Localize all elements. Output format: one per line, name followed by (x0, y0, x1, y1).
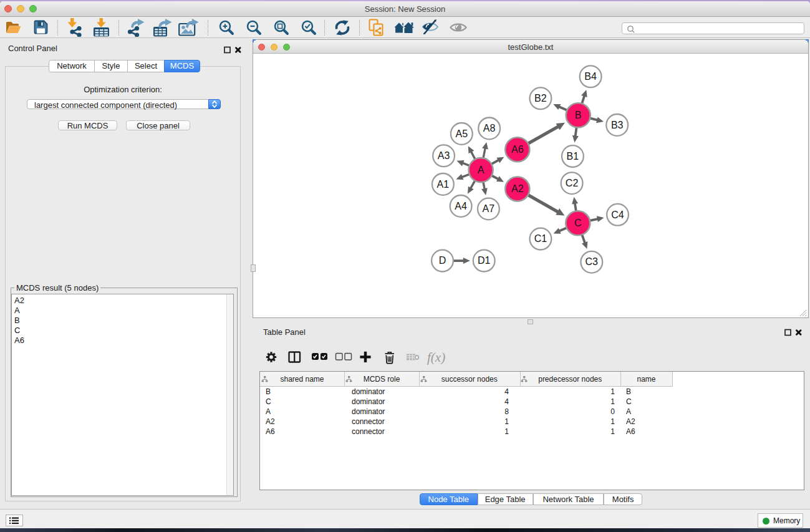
svg-text:B: B (575, 110, 582, 120)
svg-text:C: C (574, 218, 582, 228)
svg-text:A8: A8 (483, 123, 496, 133)
svg-text:A7: A7 (483, 203, 495, 214)
svg-text:f(x): f(x) (427, 350, 445, 365)
svg-text:D: D (439, 255, 446, 266)
svg-text:C1: C1 (534, 233, 547, 244)
svg-text:A4: A4 (455, 201, 467, 211)
svg-text:C4: C4 (611, 210, 624, 220)
svg-text:B1: B1 (567, 151, 579, 162)
svg-text:A5: A5 (456, 128, 468, 139)
svg-text:B4: B4 (584, 71, 597, 82)
svg-text:A: A (478, 165, 485, 175)
svg-text:C2: C2 (566, 178, 579, 188)
svg-text:C3: C3 (586, 256, 599, 267)
svg-text:A3: A3 (438, 150, 450, 161)
svg-text:B3: B3 (611, 120, 624, 130)
svg-text:A1: A1 (437, 179, 450, 190)
svg-text:A2: A2 (511, 183, 524, 194)
svg-text:A6: A6 (511, 144, 524, 155)
svg-text:D1: D1 (478, 255, 491, 266)
svg-text:B2: B2 (534, 93, 547, 104)
